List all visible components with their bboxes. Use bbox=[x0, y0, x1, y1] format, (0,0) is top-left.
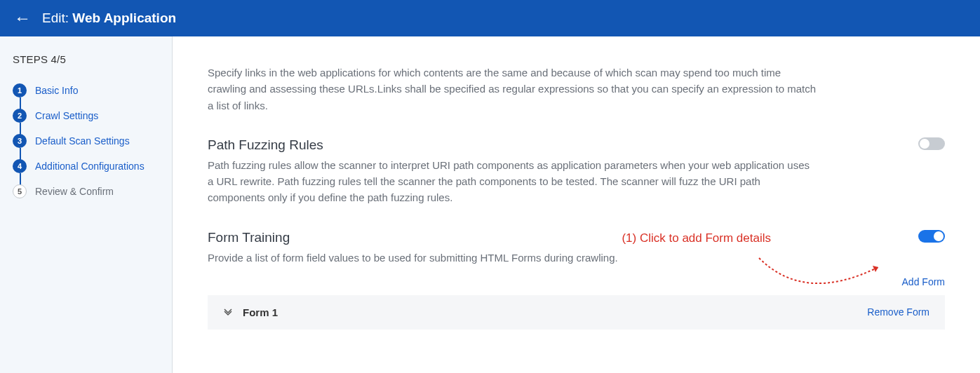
intro-text: Specify links in the web applications fo… bbox=[208, 65, 818, 114]
page-title: Edit: Web Application bbox=[42, 11, 176, 26]
form-training-section: Form Training Provide a list of form fie… bbox=[208, 230, 945, 330]
form-training-title: Form Training bbox=[208, 230, 904, 245]
step-number: 5 bbox=[13, 184, 27, 198]
form-training-toggle[interactable] bbox=[918, 230, 945, 243]
step-number: 1 bbox=[13, 83, 27, 97]
page-header: ← Edit: Web Application bbox=[0, 0, 980, 36]
form-name-label: Form 1 bbox=[243, 306, 278, 318]
form-training-desc: Provide a list of form field values to b… bbox=[208, 252, 618, 264]
add-form-button[interactable]: Add Form bbox=[902, 276, 945, 287]
step-default-scan[interactable]: 3 Default Scan Settings bbox=[13, 128, 159, 154]
step-label: Review & Confirm bbox=[35, 186, 114, 197]
path-fuzzing-title: Path Fuzzing Rules bbox=[208, 137, 818, 153]
back-arrow-icon[interactable]: ← bbox=[14, 10, 31, 27]
remove-form-button[interactable]: Remove Form bbox=[867, 306, 929, 318]
add-form-row: Add Form bbox=[208, 276, 945, 288]
step-basic-info[interactable]: 1 Basic Info bbox=[13, 78, 159, 103]
steps-counter: STEPS 4/5 bbox=[13, 53, 159, 65]
annotation-text: (1) Click to add Form details bbox=[622, 230, 771, 247]
toggle-knob bbox=[934, 231, 944, 241]
main-content: Specify links in the web applications fo… bbox=[173, 36, 980, 373]
title-prefix: Edit: bbox=[42, 11, 69, 25]
step-label: Crawl Settings bbox=[35, 110, 98, 121]
step-number: 4 bbox=[13, 159, 27, 173]
steps-list: 1 Basic Info 2 Crawl Settings 3 Default … bbox=[13, 78, 159, 204]
step-label: Additional Configurations bbox=[35, 161, 145, 172]
toggle-knob bbox=[920, 139, 929, 149]
form-item-row: Form 1 Remove Form bbox=[208, 295, 945, 330]
title-main: Web Application bbox=[72, 11, 176, 25]
path-fuzzing-desc: Path fuzzing rules allow the scanner to … bbox=[208, 157, 818, 206]
step-number: 3 bbox=[13, 134, 27, 148]
chevron-down-icon[interactable] bbox=[223, 306, 233, 318]
step-number: 2 bbox=[13, 109, 27, 123]
step-additional-config[interactable]: 4 Additional Configurations bbox=[13, 154, 159, 179]
step-crawl-settings[interactable]: 2 Crawl Settings bbox=[13, 103, 159, 128]
path-fuzzing-section: Path Fuzzing Rules Path fuzzing rules al… bbox=[208, 137, 945, 206]
path-fuzzing-toggle[interactable] bbox=[918, 137, 945, 150]
step-label: Basic Info bbox=[35, 85, 78, 96]
steps-sidebar: STEPS 4/5 1 Basic Info 2 Crawl Settings … bbox=[0, 36, 173, 373]
step-review-confirm[interactable]: 5 Review & Confirm bbox=[13, 179, 159, 204]
step-label: Default Scan Settings bbox=[35, 135, 130, 147]
